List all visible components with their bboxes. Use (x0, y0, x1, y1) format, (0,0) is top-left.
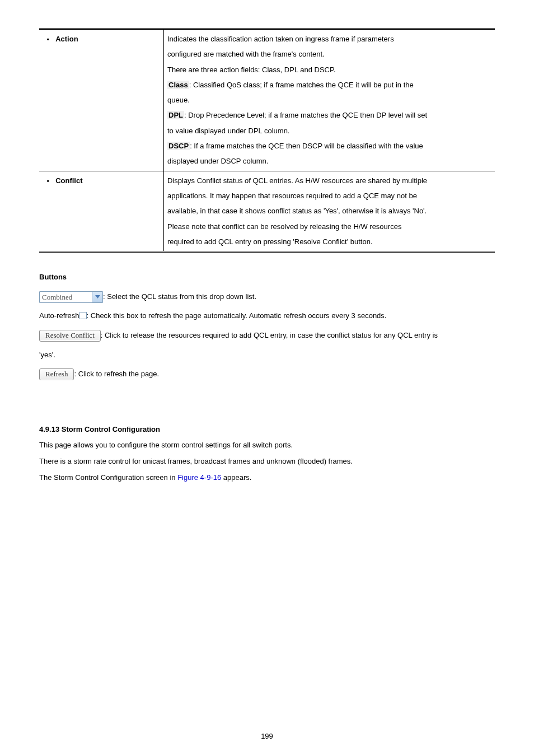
desc-line: Class: Classified QoS class; if a frame … (167, 77, 491, 92)
field-name: Class (167, 81, 189, 89)
row-desc-cell: Indicates the classification action take… (164, 29, 495, 171)
table-row: • Conflict Displays Conflict status of Q… (39, 171, 495, 251)
desc-line: Displays Conflict status of QCL entries.… (167, 173, 491, 188)
buttons-heading: Buttons (39, 269, 495, 286)
desc-line: available, in that case it shows conflic… (167, 203, 491, 218)
qcl-status-select[interactable]: Combined (39, 291, 103, 303)
storm-paragraph: This page allows you to configure the st… (39, 437, 495, 454)
field-rest: : Drop Precedence Level; if a frame matc… (184, 111, 427, 119)
figure-link[interactable]: Figure 4-9-16 (177, 473, 221, 482)
storm-heading: 4.9.13 Storm Control Configuration (39, 422, 495, 438)
row-desc-cell: Displays Conflict status of QCL entries.… (164, 171, 495, 251)
table-row: • Action Indicates the classification ac… (39, 29, 495, 171)
parameters-table: • Action Indicates the classification ac… (39, 28, 495, 253)
bullet-icon: • (43, 36, 54, 43)
desc-line: configured are matched with the frame's … (167, 46, 491, 62)
resolve-line-2: 'yes'. (39, 347, 495, 363)
autorefresh-checkbox[interactable] (79, 312, 87, 319)
refresh-button[interactable]: Refresh (39, 368, 74, 380)
qcl-status-select-value: Combined (40, 292, 92, 302)
field-name: DSCP (167, 142, 190, 150)
storm-p3-a: The Storm Control Configuration screen i… (39, 473, 177, 482)
combo-desc: : Select the QCL status from this drop d… (103, 292, 256, 301)
storm-p3-b: appears. (221, 473, 251, 482)
field-rest: : If a frame matches the QCE then DSCP w… (190, 142, 423, 150)
bullet-icon: • (43, 178, 54, 185)
desc-line: displayed under DSCP column. (167, 153, 491, 169)
row-label: Conflict (55, 176, 82, 185)
desc-line: to value displayed under DPL column. (167, 123, 491, 138)
desc-line: Indicates the classification action take… (167, 31, 491, 46)
resolve-desc-a: : Click to release the resources require… (101, 331, 438, 339)
field-rest: : Classified QoS class; if a frame match… (189, 81, 414, 89)
resolve-conflict-button[interactable]: Resolve Conflict (39, 330, 101, 342)
row-label-cell: • Conflict (39, 171, 164, 251)
page-number: 199 (0, 729, 534, 745)
svg-marker-0 (95, 295, 100, 298)
autorefresh-desc: : Check this box to refresh the page aut… (87, 311, 387, 320)
row-label-cell: • Action (39, 29, 164, 171)
resolve-line: Resolve Conflict: Click to release the r… (39, 328, 495, 344)
storm-paragraph: There is a storm rate control for unicas… (39, 454, 495, 470)
combo-line: Combined : Select the QCL status from th… (39, 289, 495, 305)
desc-line: Please note that conflict can be resolve… (167, 219, 491, 234)
autorefresh-label: Auto-refresh (39, 311, 79, 320)
refresh-line: Refresh: Click to refresh the page. (39, 366, 495, 382)
field-name: DPL (167, 111, 184, 119)
storm-paragraph: The Storm Control Configuration screen i… (39, 470, 495, 486)
desc-line: DPL: Drop Precedence Level; if a frame m… (167, 108, 491, 123)
refresh-desc: : Click to refresh the page. (74, 370, 159, 378)
desc-line: queue. (167, 92, 491, 108)
row-label: Action (55, 35, 78, 43)
chevron-down-icon[interactable] (92, 292, 102, 302)
desc-line: DSCP: If a frame matches the QCE then DS… (167, 138, 491, 153)
desc-line: required to add QCL entry on pressing 'R… (167, 234, 491, 249)
autorefresh-line: Auto-refresh: Check this box to refresh … (39, 308, 495, 324)
desc-line: There are three action fields: Class, DP… (167, 62, 491, 77)
desc-line: applications. It may happen that resourc… (167, 188, 491, 203)
